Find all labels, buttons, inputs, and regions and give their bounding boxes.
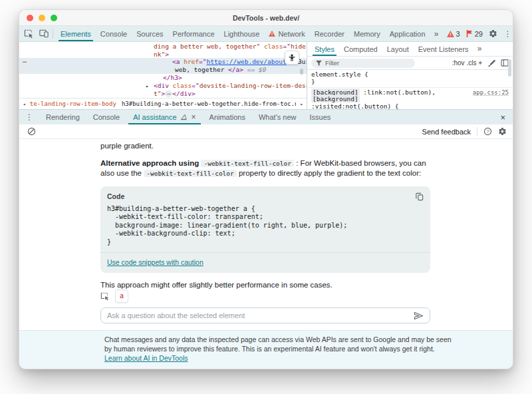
styles-filter-row: Filter :hov .cls + xyxy=(307,57,513,70)
tab-computed[interactable]: Computed xyxy=(339,42,382,56)
rule-selector-line2: :visited:not(.button) { xyxy=(311,103,509,109)
chat-input[interactable] xyxy=(107,311,410,319)
chat-paragraph-alternative: Alternative approach using -webkit-text-… xyxy=(100,158,433,178)
person-icon xyxy=(289,54,295,62)
overflow-menu-icon[interactable]: ⋯ xyxy=(23,58,26,66)
drawer-tab-label: Console xyxy=(93,113,120,121)
tab-layout[interactable]: Layout xyxy=(382,42,414,56)
tab-label: Performance xyxy=(173,30,215,38)
tab-performance[interactable]: Performance xyxy=(168,26,219,41)
rendering-emulation-icon[interactable] xyxy=(487,59,495,67)
inspect-icon[interactable] xyxy=(23,27,35,40)
drawer-menu-icon[interactable]: ⋮ xyxy=(19,112,39,122)
drawer-tab-issues[interactable]: Issues xyxy=(303,110,338,124)
tab-application[interactable]: Application xyxy=(385,26,430,41)
rule-selector-parts: [background] :link:not(.button), [backgr… xyxy=(311,89,436,103)
drawer-close-icon[interactable]: × xyxy=(493,112,513,122)
learn-about-ai-link[interactable]: Learn about AI in DevTools xyxy=(104,354,188,362)
device-toolbar-icon[interactable] xyxy=(37,27,50,40)
toolbar-right: » 3 29 ⋮ xyxy=(430,26,513,41)
kebab-menu-icon[interactable]: ⋮ xyxy=(501,27,513,40)
tab-console[interactable]: Console xyxy=(96,26,132,41)
breadcrumb-left-arrow-icon[interactable]: ◂ xyxy=(21,101,27,107)
dom-line[interactable]: </h3> xyxy=(19,74,307,82)
code-block[interactable]: h3#building-a-better-web-together a { -w… xyxy=(100,203,430,252)
code-card-title: Code xyxy=(107,192,124,202)
element-style-open[interactable]: element.style { xyxy=(311,71,509,79)
tab-label: Network xyxy=(278,30,305,38)
ai-toolbar: Send feedback ? xyxy=(19,124,513,139)
drawer-tab-animations[interactable]: Animations xyxy=(203,110,252,124)
warning-triangle-icon xyxy=(269,31,275,37)
issues-count: 29 xyxy=(475,30,483,38)
breadcrumb-right-arrow-icon[interactable]: ▸ xyxy=(299,101,305,107)
drawer-tab-label: AI assistance xyxy=(133,113,176,121)
pen-spark-icon xyxy=(180,114,187,120)
tab-styles[interactable]: Styles xyxy=(310,42,339,56)
tab-memory[interactable]: Memory xyxy=(349,26,385,41)
style-control-cls[interactable]: .cls xyxy=(466,59,476,67)
breadcrumb-item-te-landing-row-item[interactable]: te-landing-row-item-body xyxy=(30,100,116,107)
code-line: h3#building-a-better-web-together a { xyxy=(107,205,424,213)
drawer-tab-ai-assistance[interactable]: AI assistance× xyxy=(126,110,202,124)
tab-event-listeners[interactable]: Event Listeners xyxy=(414,42,473,56)
code-card: Code h3#building-a-better-web-together a… xyxy=(100,186,430,273)
devtools-window: DevTools - web.dev/ ElementsConsoleSourc… xyxy=(19,9,513,369)
selected-element-chip[interactable]: a xyxy=(115,290,128,303)
dom-line[interactable]: nk"> xyxy=(19,51,307,59)
ai-assistance-panel: purple gradient. Alternative approach us… xyxy=(19,139,513,330)
drawer-tab-label: Animations xyxy=(209,113,245,121)
tab-recorder[interactable]: Recorder xyxy=(310,26,349,41)
issues-badge[interactable]: 29 xyxy=(464,30,485,38)
inspect-context-icon[interactable] xyxy=(100,292,110,301)
warnings-count: 3 xyxy=(456,30,460,38)
element-style-close: } xyxy=(311,79,509,86)
dom-line[interactable]: ⋯<a href="https://web.dev/about"> Buildi… xyxy=(19,58,307,66)
settings-gear-icon[interactable] xyxy=(487,27,499,40)
dom-line[interactable]: web, together </a> == $0 xyxy=(19,66,307,74)
person-fab-button[interactable] xyxy=(285,51,299,65)
code-caution-link[interactable]: Use code snippets with caution xyxy=(107,258,203,266)
tab-lighthouse[interactable]: Lighthouse xyxy=(219,26,265,41)
style-control-[interactable]: + xyxy=(478,59,482,67)
help-icon[interactable]: ? xyxy=(483,127,492,136)
styles-controls: :hov .cls + xyxy=(452,59,509,67)
chat-scroll-area[interactable]: purple gradient. Alternative approach us… xyxy=(19,139,513,290)
elements-scrollbar-thumb[interactable] xyxy=(300,69,303,75)
chat-input-zone: a xyxy=(19,290,513,330)
ai-settings-gear-icon[interactable] xyxy=(498,127,507,136)
tab-network[interactable]: Network xyxy=(264,26,309,41)
styles-scrollbar-thumb[interactable] xyxy=(508,59,511,77)
block-clear-icon[interactable] xyxy=(25,125,38,138)
chat-text-performance: This approach might offer slightly bette… xyxy=(100,280,433,290)
dom-tree: ding a better web, together" class="hide… xyxy=(19,42,307,98)
chat-input-box[interactable] xyxy=(100,307,430,323)
drawer-tab-console[interactable]: Console xyxy=(86,110,126,124)
tab-elements[interactable]: Elements xyxy=(56,26,96,41)
styles-rules: element.style { } [background] :link:not… xyxy=(307,70,513,109)
more-tabs-icon[interactable]: » xyxy=(430,27,443,40)
breadcrumb-item-h3-building-a-better[interactable]: h3#building-a-better-web-together.hide-f… xyxy=(122,100,296,107)
styles-filter-input[interactable]: Filter xyxy=(311,59,415,68)
tab-close-icon[interactable]: × xyxy=(192,112,196,122)
drawer-tabs: RenderingConsoleAI assistance×Animations… xyxy=(39,110,337,124)
copy-code-icon[interactable] xyxy=(416,192,424,201)
filter-placeholder: Filter xyxy=(325,59,339,67)
tab-sources[interactable]: Sources xyxy=(132,26,168,41)
warnings-badge[interactable]: 3 xyxy=(445,30,462,38)
dom-line[interactable]: t">⋯</div> xyxy=(19,90,307,98)
drawer-tab-bar: ⋮ RenderingConsoleAI assistance×Animatio… xyxy=(19,109,513,124)
style-control-hov[interactable]: :hov xyxy=(452,59,465,67)
tab-label: Console xyxy=(100,30,127,38)
titlebar[interactable]: DevTools - web.dev/ xyxy=(19,10,513,26)
drawer-tab-what-s-new[interactable]: What's new xyxy=(252,110,303,124)
drawer-tab-label: Issues xyxy=(310,113,331,121)
dom-line[interactable]: ▸<div class="devsite-landing-row-item-de… xyxy=(19,82,307,91)
dom-line[interactable]: ding a better web, together" class="hide… xyxy=(19,43,307,51)
drawer-tab-rendering[interactable]: Rendering xyxy=(39,110,86,124)
code-line: -webkit-background-clip: text; xyxy=(107,230,424,238)
styles-more-tabs-icon[interactable]: » xyxy=(473,42,486,55)
rule-source-link[interactable]: app.css:25 xyxy=(473,89,509,97)
send-icon[interactable] xyxy=(414,311,424,320)
send-feedback-link[interactable]: Send feedback xyxy=(422,128,471,136)
